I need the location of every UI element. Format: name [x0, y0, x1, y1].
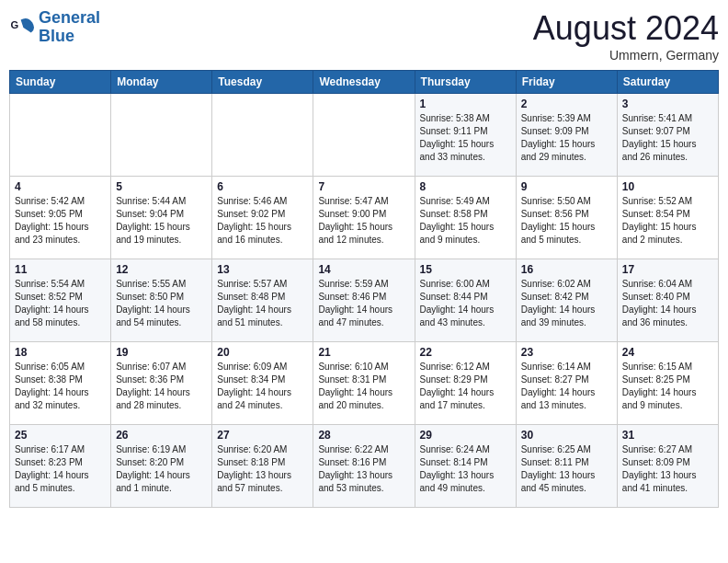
calendar-cell: 23Sunrise: 6:14 AM Sunset: 8:27 PM Dayli… — [516, 342, 617, 425]
day-info: Sunrise: 5:55 AM Sunset: 8:50 PM Dayligh… — [116, 278, 207, 329]
calendar-week-3: 11Sunrise: 5:54 AM Sunset: 8:52 PM Dayli… — [10, 259, 719, 342]
day-number: 29 — [420, 429, 511, 442]
day-number: 8 — [420, 180, 511, 193]
day-number: 23 — [521, 346, 612, 359]
calendar-cell: 7Sunrise: 5:47 AM Sunset: 9:00 PM Daylig… — [313, 177, 415, 259]
day-number: 17 — [622, 263, 713, 276]
day-info: Sunrise: 6:09 AM Sunset: 8:34 PM Dayligh… — [217, 361, 308, 412]
day-info: Sunrise: 6:07 AM Sunset: 8:36 PM Dayligh… — [116, 361, 207, 412]
logo: G General Blue — [9, 9, 100, 46]
day-header-thursday: Thursday — [415, 71, 516, 94]
day-header-tuesday: Tuesday — [212, 71, 313, 94]
logo-icon: G — [9, 15, 35, 40]
logo-blue: Blue — [39, 27, 74, 45]
calendar-week-2: 4Sunrise: 5:42 AM Sunset: 9:05 PM Daylig… — [10, 177, 719, 259]
day-info: Sunrise: 6:27 AM Sunset: 8:09 PM Dayligh… — [622, 443, 713, 495]
day-number: 25 — [15, 429, 106, 442]
calendar-cell: 29Sunrise: 6:24 AM Sunset: 8:14 PM Dayli… — [415, 425, 516, 508]
calendar-cell: 28Sunrise: 6:22 AM Sunset: 8:16 PM Dayli… — [313, 425, 415, 508]
day-info: Sunrise: 6:10 AM Sunset: 8:31 PM Dayligh… — [318, 361, 409, 412]
page-header: G General Blue August 2024 Ummern, Germa… — [9, 9, 719, 63]
day-number: 16 — [521, 263, 612, 276]
day-info: Sunrise: 6:05 AM Sunset: 8:38 PM Dayligh… — [15, 361, 106, 412]
day-info: Sunrise: 5:44 AM Sunset: 9:04 PM Dayligh… — [116, 195, 207, 247]
calendar-week-1: 1Sunrise: 5:38 AM Sunset: 9:11 PM Daylig… — [10, 94, 719, 177]
day-number: 3 — [622, 98, 713, 110]
day-number: 1 — [420, 98, 511, 110]
day-number: 30 — [521, 429, 612, 442]
svg-text:G: G — [10, 19, 18, 30]
day-info: Sunrise: 5:59 AM Sunset: 8:46 PM Dayligh… — [318, 278, 409, 329]
day-number: 14 — [318, 263, 409, 276]
calendar-cell: 12Sunrise: 5:55 AM Sunset: 8:50 PM Dayli… — [111, 259, 212, 342]
day-info: Sunrise: 6:25 AM Sunset: 8:11 PM Dayligh… — [521, 443, 612, 495]
day-info: Sunrise: 6:04 AM Sunset: 8:40 PM Dayligh… — [622, 278, 713, 329]
day-info: Sunrise: 6:15 AM Sunset: 8:25 PM Dayligh… — [622, 361, 713, 412]
day-number: 22 — [420, 346, 511, 359]
calendar-cell: 5Sunrise: 5:44 AM Sunset: 9:04 PM Daylig… — [111, 177, 212, 259]
day-number: 11 — [15, 263, 106, 276]
calendar-cell — [313, 94, 415, 177]
calendar-cell: 31Sunrise: 6:27 AM Sunset: 8:09 PM Dayli… — [617, 425, 718, 508]
calendar-cell: 16Sunrise: 6:02 AM Sunset: 8:42 PM Dayli… — [516, 259, 617, 342]
day-number: 6 — [217, 180, 308, 193]
calendar-cell: 9Sunrise: 5:50 AM Sunset: 8:56 PM Daylig… — [516, 177, 617, 259]
day-header-saturday: Saturday — [617, 71, 718, 94]
calendar-cell: 25Sunrise: 6:17 AM Sunset: 8:23 PM Dayli… — [10, 425, 111, 508]
day-number: 2 — [521, 98, 612, 110]
day-header-monday: Monday — [111, 71, 212, 94]
day-info: Sunrise: 6:24 AM Sunset: 8:14 PM Dayligh… — [420, 443, 511, 495]
calendar-cell — [111, 94, 212, 177]
day-info: Sunrise: 6:00 AM Sunset: 8:44 PM Dayligh… — [420, 278, 511, 329]
calendar-cell: 27Sunrise: 6:20 AM Sunset: 8:18 PM Dayli… — [212, 425, 313, 508]
day-number: 31 — [622, 429, 713, 442]
day-number: 10 — [622, 180, 713, 193]
calendar-cell: 15Sunrise: 6:00 AM Sunset: 8:44 PM Dayli… — [415, 259, 516, 342]
day-info: Sunrise: 5:49 AM Sunset: 8:58 PM Dayligh… — [420, 195, 511, 247]
day-info: Sunrise: 5:57 AM Sunset: 8:48 PM Dayligh… — [217, 278, 308, 329]
day-number: 19 — [116, 346, 207, 359]
calendar-cell: 3Sunrise: 5:41 AM Sunset: 9:07 PM Daylig… — [617, 94, 718, 177]
day-number: 24 — [622, 346, 713, 359]
day-info: Sunrise: 6:14 AM Sunset: 8:27 PM Dayligh… — [521, 361, 612, 412]
title-block: August 2024 Ummern, Germany — [533, 9, 719, 63]
month-title: August 2024 — [533, 9, 719, 48]
day-number: 15 — [420, 263, 511, 276]
calendar-cell — [10, 94, 111, 177]
day-number: 21 — [318, 346, 409, 359]
calendar-cell: 20Sunrise: 6:09 AM Sunset: 8:34 PM Dayli… — [212, 342, 313, 425]
calendar-cell: 11Sunrise: 5:54 AM Sunset: 8:52 PM Dayli… — [10, 259, 111, 342]
day-number: 26 — [116, 429, 207, 442]
day-number: 20 — [217, 346, 308, 359]
day-number: 9 — [521, 180, 612, 193]
calendar-week-5: 25Sunrise: 6:17 AM Sunset: 8:23 PM Dayli… — [10, 425, 719, 508]
day-info: Sunrise: 5:52 AM Sunset: 8:54 PM Dayligh… — [622, 195, 713, 247]
day-info: Sunrise: 5:46 AM Sunset: 9:02 PM Dayligh… — [217, 195, 308, 247]
day-info: Sunrise: 6:22 AM Sunset: 8:16 PM Dayligh… — [318, 443, 409, 495]
day-info: Sunrise: 6:02 AM Sunset: 8:42 PM Dayligh… — [521, 278, 612, 329]
calendar-cell: 1Sunrise: 5:38 AM Sunset: 9:11 PM Daylig… — [415, 94, 516, 177]
calendar-cell: 2Sunrise: 5:39 AM Sunset: 9:09 PM Daylig… — [516, 94, 617, 177]
calendar-cell: 22Sunrise: 6:12 AM Sunset: 8:29 PM Dayli… — [415, 342, 516, 425]
header-row: SundayMondayTuesdayWednesdayThursdayFrid… — [10, 71, 719, 94]
calendar-cell: 26Sunrise: 6:19 AM Sunset: 8:20 PM Dayli… — [111, 425, 212, 508]
day-info: Sunrise: 5:42 AM Sunset: 9:05 PM Dayligh… — [15, 195, 106, 247]
day-info: Sunrise: 6:12 AM Sunset: 8:29 PM Dayligh… — [420, 361, 511, 412]
day-info: Sunrise: 6:17 AM Sunset: 8:23 PM Dayligh… — [15, 443, 106, 495]
calendar-cell: 21Sunrise: 6:10 AM Sunset: 8:31 PM Dayli… — [313, 342, 415, 425]
day-number: 5 — [116, 180, 207, 193]
location-subtitle: Ummern, Germany — [533, 48, 719, 63]
day-header-friday: Friday — [516, 71, 617, 94]
day-info: Sunrise: 5:41 AM Sunset: 9:07 PM Dayligh… — [622, 112, 713, 164]
day-number: 7 — [318, 180, 409, 193]
calendar-cell: 13Sunrise: 5:57 AM Sunset: 8:48 PM Dayli… — [212, 259, 313, 342]
day-number: 4 — [15, 180, 106, 193]
calendar-cell: 19Sunrise: 6:07 AM Sunset: 8:36 PM Dayli… — [111, 342, 212, 425]
day-number: 12 — [116, 263, 207, 276]
calendar-cell: 6Sunrise: 5:46 AM Sunset: 9:02 PM Daylig… — [212, 177, 313, 259]
calendar-cell: 14Sunrise: 5:59 AM Sunset: 8:46 PM Dayli… — [313, 259, 415, 342]
day-header-wednesday: Wednesday — [313, 71, 415, 94]
day-header-sunday: Sunday — [10, 71, 111, 94]
day-info: Sunrise: 5:47 AM Sunset: 9:00 PM Dayligh… — [318, 195, 409, 247]
calendar-cell: 17Sunrise: 6:04 AM Sunset: 8:40 PM Dayli… — [617, 259, 718, 342]
